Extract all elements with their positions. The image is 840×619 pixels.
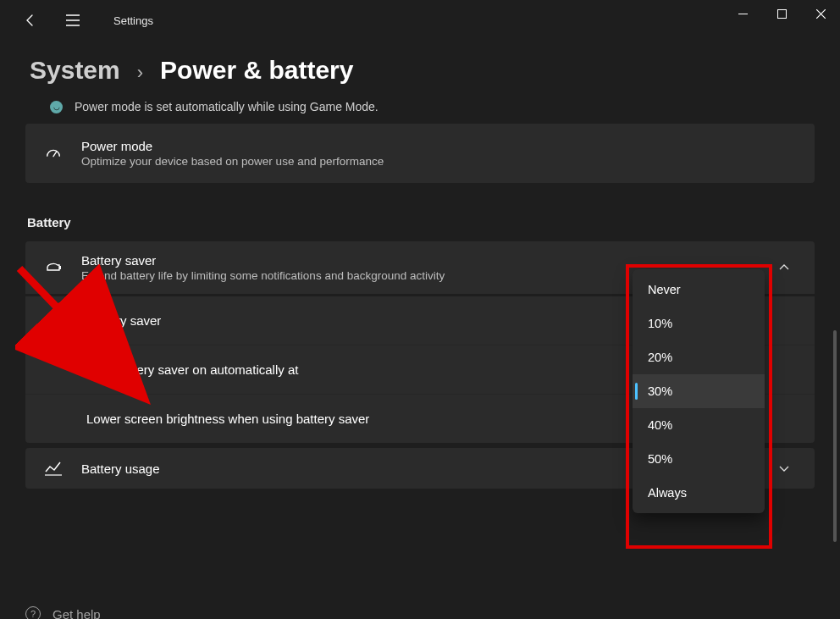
maximize-button[interactable] bbox=[762, 0, 801, 27]
battery-saver-title: Battery saver bbox=[81, 253, 765, 268]
dropdown-option[interactable]: 20% bbox=[633, 340, 765, 374]
get-help-link[interactable]: ? Get help bbox=[25, 606, 101, 619]
auto-on-label: Turn battery saver on automatically at bbox=[86, 362, 298, 377]
maximize-icon bbox=[777, 9, 787, 19]
arrow-left-icon bbox=[24, 14, 37, 27]
info-text: Power mode is set automatically while us… bbox=[75, 100, 379, 113]
dropdown-option[interactable]: 30% bbox=[633, 374, 765, 408]
get-help-label: Get help bbox=[52, 607, 101, 620]
titlebar: Settings bbox=[0, 0, 840, 41]
threshold-dropdown[interactable]: Never10%20%30%40%50%Always bbox=[633, 269, 765, 513]
scrollbar[interactable] bbox=[833, 330, 837, 542]
battery-saver-icon bbox=[44, 260, 75, 275]
chart-icon bbox=[44, 460, 75, 477]
power-mode-title: Power mode bbox=[81, 139, 796, 153]
dropdown-option[interactable]: Always bbox=[633, 476, 765, 510]
breadcrumb-separator: › bbox=[137, 62, 143, 84]
expand-button-usage[interactable] bbox=[772, 462, 796, 474]
hamburger-icon bbox=[66, 14, 80, 26]
back-button[interactable] bbox=[17, 7, 44, 34]
close-icon bbox=[816, 9, 826, 19]
chevron-down-icon bbox=[778, 462, 790, 474]
dropdown-option[interactable]: 50% bbox=[633, 442, 765, 476]
nav-menu-button[interactable] bbox=[59, 7, 86, 34]
battery-section-header: Battery bbox=[27, 215, 815, 229]
breadcrumb-level-current: Power & battery bbox=[160, 56, 353, 85]
speedometer-icon bbox=[44, 144, 75, 163]
svg-rect-0 bbox=[777, 9, 786, 18]
dropdown-option[interactable]: Never bbox=[633, 273, 765, 307]
svg-rect-1 bbox=[59, 266, 61, 269]
gamepad-icon: ◡ bbox=[50, 101, 63, 113]
chevron-up-icon bbox=[778, 262, 790, 274]
game-mode-info: ◡ Power mode is set automatically while … bbox=[47, 100, 840, 113]
dropdown-option[interactable]: 40% bbox=[633, 408, 765, 442]
window-controls bbox=[723, 0, 840, 34]
power-mode-desc: Optimize your device based on power use … bbox=[81, 155, 796, 168]
battery-saver-toggle-label: Battery saver bbox=[86, 313, 161, 328]
expand-button[interactable] bbox=[772, 262, 796, 274]
dropdown-option[interactable]: 10% bbox=[633, 307, 765, 340]
minimize-icon bbox=[738, 9, 748, 19]
close-button[interactable] bbox=[801, 0, 840, 27]
app-title: Settings bbox=[113, 14, 153, 27]
breadcrumb: System › Power & battery bbox=[0, 41, 840, 90]
power-mode-row[interactable]: Power mode Optimize your device based on… bbox=[25, 124, 815, 183]
breadcrumb-level-system[interactable]: System bbox=[30, 56, 120, 85]
minimize-button[interactable] bbox=[723, 0, 762, 27]
help-icon: ? bbox=[25, 606, 41, 619]
lower-brightness-label: Lower screen brightness when using batte… bbox=[86, 412, 369, 426]
